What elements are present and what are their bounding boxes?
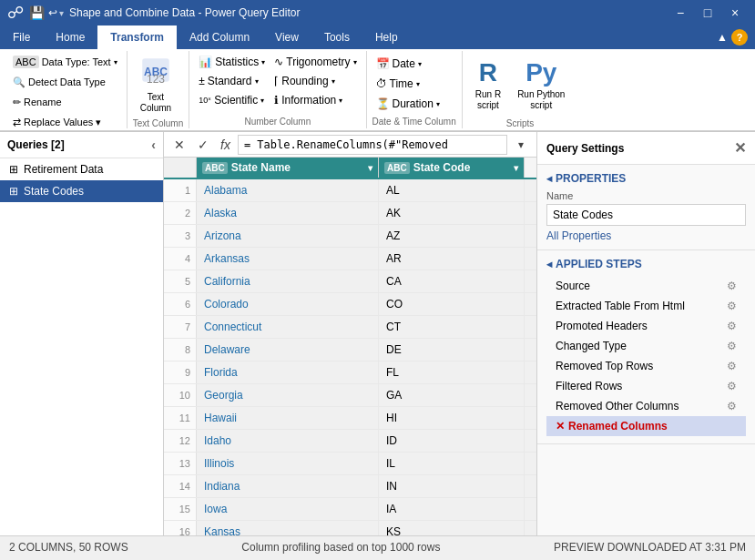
cell-state-name: Iowa — [197, 498, 379, 520]
maximize-button[interactable]: □ — [695, 0, 720, 25]
state-code-dropdown-icon[interactable]: ▾ — [514, 163, 518, 173]
tab-file[interactable]: File — [0, 25, 43, 49]
applied-step-item[interactable]: Extracted Table From Html⚙ — [546, 296, 746, 316]
minimize-button[interactable]: − — [668, 0, 693, 25]
table-row[interactable]: 7 Connecticut CT — [164, 316, 536, 339]
replace-row-controls: ⇄ Replace Values ▾ — [9, 113, 105, 131]
step-name-label: Filtered Rows — [556, 380, 622, 392]
rounding-dropdown: ▾ — [332, 77, 335, 86]
rounding-button[interactable]: ⌈ Rounding ▾ — [270, 72, 360, 90]
step-name-label: Source — [556, 280, 590, 292]
run-r-button[interactable]: R Run Rscript — [468, 53, 508, 117]
tab-view[interactable]: View — [262, 25, 311, 49]
cell-state-name: Arizona — [197, 225, 379, 247]
data-type-button[interactable]: ABC Data Type: Text ▾ — [9, 53, 121, 71]
state-name-dropdown-icon[interactable]: ▾ — [368, 163, 372, 173]
state-name-type-icon: ABC — [202, 162, 228, 174]
row-number: 5 — [164, 270, 197, 292]
applied-step-item[interactable]: Source⚙ — [546, 276, 746, 296]
row-number: 9 — [164, 361, 197, 383]
table-row[interactable]: 12 Idaho ID — [164, 430, 536, 453]
step-gear-icon[interactable]: ⚙ — [727, 300, 737, 312]
query-item-retirement[interactable]: ⊞ Retirement Data — [0, 158, 163, 180]
table-row[interactable]: 16 Kansas KS — [164, 521, 536, 535]
replace-values-button[interactable]: ⇄ Replace Values ▾ — [9, 113, 105, 131]
step-gear-icon[interactable]: ⚙ — [727, 320, 737, 332]
formula-fx-label: fx — [217, 137, 234, 152]
applied-step-item[interactable]: Changed Type⚙ — [546, 336, 746, 356]
table-row[interactable]: 15 Iowa IA — [164, 498, 536, 521]
query-name-input[interactable] — [546, 204, 746, 226]
step-gear-icon[interactable]: ⚙ — [727, 380, 737, 392]
step-gear-icon[interactable]: ⚙ — [727, 360, 737, 372]
table-row[interactable]: 11 Hawaii HI — [164, 407, 536, 430]
save-icon[interactable]: 💾 — [29, 5, 45, 20]
step-gear-icon[interactable]: ⚙ — [727, 280, 737, 292]
applied-step-item[interactable]: Removed Top Rows⚙ — [546, 356, 746, 376]
row-num-header — [164, 158, 197, 178]
statistics-button[interactable]: 📊 Statistics ▾ — [195, 53, 269, 71]
query-item-state-codes[interactable]: ⊞ State Codes — [0, 180, 163, 202]
standard-dropdown: ▾ — [255, 77, 259, 86]
rename-button[interactable]: ✏ Rename — [9, 93, 66, 111]
cell-state-name: Georgia — [197, 384, 379, 406]
table-row[interactable]: 5 California CA — [164, 270, 536, 293]
formula-cancel-button[interactable]: ✕ — [169, 135, 189, 155]
all-properties-link[interactable]: All Properties — [546, 229, 611, 242]
table-row[interactable]: 1 Alabama AL — [164, 179, 536, 202]
undo-icon[interactable]: ↩ — [48, 6, 57, 19]
date-button[interactable]: 📅 Date ▾ — [372, 55, 425, 73]
table-row[interactable]: 2 Alaska AK — [164, 202, 536, 225]
queries-title: Queries [2] — [7, 138, 65, 151]
step-gear-icon[interactable]: ⚙ — [727, 340, 737, 352]
table-row[interactable]: 4 Arkansas AR — [164, 248, 536, 270]
scripts-controls: R Run Rscript Py Run Pythonscript — [468, 53, 573, 117]
applied-step-item[interactable]: Removed Other Columns⚙ — [546, 396, 746, 416]
step-gear-icon[interactable]: ⚙ — [727, 400, 737, 412]
duration-label: Duration — [393, 97, 434, 110]
scientific-button[interactable]: 10ˣ Scientific ▾ — [195, 91, 269, 109]
table-row[interactable]: 6 Colorado CO — [164, 293, 536, 316]
duration-button[interactable]: ⏳ Duration ▾ — [372, 95, 444, 113]
table-row[interactable]: 14 Indiana IN — [164, 475, 536, 498]
close-button[interactable]: × — [722, 0, 748, 25]
trigonometry-button[interactable]: ∿ Trigonometry ▾ — [270, 53, 360, 71]
row-number: 6 — [164, 293, 197, 315]
col-header-state-code[interactable]: ABC State Code ▾ — [379, 158, 525, 178]
tab-home[interactable]: Home — [43, 25, 97, 49]
formula-input[interactable] — [238, 135, 507, 155]
ribbon-collapse-icon[interactable]: ▲ — [717, 31, 728, 44]
col-header-state-name[interactable]: ABC State Name ▾ — [197, 158, 379, 178]
formula-accept-button[interactable]: ✓ — [193, 135, 213, 155]
tab-transform[interactable]: Transform — [97, 25, 177, 49]
standard-button[interactable]: ± Standard ▾ — [195, 72, 269, 90]
tab-add-column[interactable]: Add Column — [177, 25, 262, 49]
text-column-button[interactable]: ABC 123 TextColumn — [133, 53, 179, 117]
number-left-col: 📊 Statistics ▾ ± Standard ▾ 10ˣ Scientif… — [195, 53, 269, 109]
table-row[interactable]: 3 Arizona AZ — [164, 225, 536, 248]
formula-expand-button[interactable]: ▾ — [511, 135, 531, 155]
detect-data-type-button[interactable]: 🔍 Detect Data Type — [9, 73, 109, 91]
row-number: 3 — [164, 225, 197, 247]
table-row[interactable]: 10 Georgia GA — [164, 384, 536, 407]
tab-tools[interactable]: Tools — [311, 25, 362, 49]
run-python-button[interactable]: Py Run Pythonscript — [510, 53, 572, 117]
table-row[interactable]: 13 Illinois IL — [164, 453, 536, 475]
information-button[interactable]: ℹ Information ▾ — [270, 91, 360, 109]
queries-collapse-button[interactable]: ‹ — [151, 137, 156, 152]
query-settings-close-button[interactable]: ✕ — [734, 139, 746, 157]
grid-body[interactable]: 1 Alabama AL 2 Alaska AK 3 Arizona AZ 4 … — [164, 179, 536, 535]
applied-step-item[interactable]: Promoted Headers⚙ — [546, 316, 746, 336]
cell-state-name: Delaware — [197, 339, 379, 361]
quick-access-dropdown[interactable]: ▾ — [59, 8, 64, 18]
table-row[interactable]: 9 Florida FL — [164, 361, 536, 384]
time-button[interactable]: ⏱ Time ▾ — [372, 75, 423, 93]
cell-state-name: Alaska — [197, 202, 379, 224]
applied-step-item[interactable]: ✕Renamed Columns — [546, 416, 746, 436]
duration-icon: ⏳ — [376, 97, 390, 110]
tab-help[interactable]: Help — [362, 25, 411, 49]
applied-step-item[interactable]: Filtered Rows⚙ — [546, 376, 746, 396]
cell-state-name: Indiana — [197, 475, 379, 497]
duration-dropdown: ▾ — [436, 100, 440, 108]
table-row[interactable]: 8 Delaware DE — [164, 339, 536, 361]
